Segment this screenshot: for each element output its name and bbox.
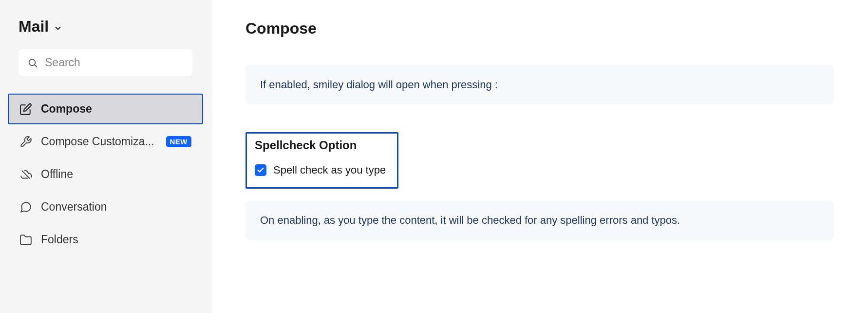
section-title: Spellcheck Option — [255, 138, 389, 152]
checkbox-label: Spell check as you type — [273, 164, 386, 176]
sidebar: Mail Compose Compose Customiza... NEW — [0, 0, 211, 313]
sidebar-item-label: Compose — [41, 102, 191, 116]
new-badge: NEW — [166, 136, 192, 147]
compose-icon — [19, 103, 32, 116]
spellcheck-checkbox-row[interactable]: Spell check as you type — [255, 164, 389, 176]
sidebar-item-compose-customization[interactable]: Compose Customiza... NEW — [8, 126, 203, 157]
tools-icon — [19, 136, 32, 148]
search-input[interactable] — [45, 56, 184, 69]
sidebar-item-folders[interactable]: Folders — [8, 224, 203, 255]
conversation-icon — [19, 201, 32, 214]
sidebar-item-label: Folders — [41, 233, 191, 246]
checkbox-checked[interactable] — [255, 164, 266, 176]
main-content: Compose If enabled, smiley dialog will o… — [211, 0, 868, 313]
folder-icon — [19, 234, 32, 246]
info-box-spellcheck: On enabling, as you type the content, it… — [245, 200, 834, 240]
search-icon — [27, 58, 38, 68]
info-box-smiley: If enabled, smiley dialog will open when… — [245, 65, 834, 105]
svg-line-1 — [35, 65, 37, 67]
sidebar-category-selector[interactable]: Mail — [0, 18, 211, 49]
sidebar-title: Mail — [19, 18, 49, 36]
nav-list: Compose Compose Customiza... NEW Offline… — [0, 94, 211, 255]
sidebar-item-label: Compose Customiza... — [41, 135, 157, 148]
sidebar-item-compose[interactable]: Compose — [8, 94, 203, 124]
page-title: Compose — [245, 20, 834, 38]
sidebar-item-label: Offline — [41, 168, 191, 181]
sidebar-item-conversation[interactable]: Conversation — [8, 192, 203, 222]
chevron-down-icon — [54, 24, 62, 33]
cloud-off-icon — [19, 168, 32, 181]
sidebar-item-label: Conversation — [41, 200, 191, 214]
search-box[interactable] — [19, 49, 192, 76]
spellcheck-section: Spellcheck Option Spell check as you typ… — [245, 132, 398, 189]
search-wrapper — [0, 49, 211, 94]
sidebar-item-offline[interactable]: Offline — [8, 159, 203, 190]
